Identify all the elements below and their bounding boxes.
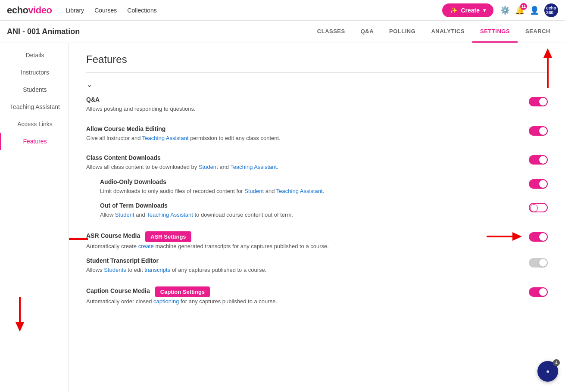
toggle-wrap-qa[interactable]	[525, 96, 548, 106]
feature-label-student-transcript-editor: Student Transcript Editor	[86, 257, 512, 264]
feature-label-row-asr: ASR Course Media ASR Settings	[86, 231, 512, 242]
feature-label-allow-course-media-editing: Allow Course Media Editing	[86, 125, 512, 132]
link-transcripts[interactable]: transcripts	[144, 267, 170, 273]
sidebar-item-teaching-assistant[interactable]: Teaching Assistant	[0, 98, 69, 115]
nav-library[interactable]: Library	[66, 7, 84, 14]
feature-desc-class-content-downloads: Allows all class content to be downloade…	[86, 163, 512, 171]
nav-collections[interactable]: Collections	[127, 7, 156, 14]
asr-left-arrow-annotation	[69, 235, 88, 243]
toggle-asr-course-media[interactable]	[529, 232, 548, 242]
toggle-wrap-student-transcript-editor[interactable]	[525, 257, 548, 268]
feature-desc-caption-course-media: Automatically order closed captioning fo…	[86, 297, 512, 306]
top-arrow-annotation	[543, 48, 552, 88]
feature-desc-audio-only-downloads: Limit downloads to only audio files of r…	[100, 187, 512, 196]
link-ta-downloads[interactable]: Teaching Assistant	[230, 164, 277, 170]
tab-search[interactable]: SEARCH	[518, 21, 558, 43]
tab-polling[interactable]: POLLING	[381, 21, 423, 43]
feature-content-class-content-downloads: Class Content Downloads Allows all class…	[86, 154, 525, 171]
top-navigation: echovideo Library Courses Collections ✨ …	[0, 0, 565, 21]
feature-row-student-transcript-editor: Student Transcript Editor Allows Student…	[86, 257, 548, 278]
toggle-out-of-term-downloads[interactable]	[529, 203, 548, 212]
create-button[interactable]: ✨ Create ▾	[442, 3, 493, 17]
toggle-wrap-caption-course-media[interactable]	[525, 286, 548, 297]
toggle-qa[interactable]	[529, 97, 548, 106]
feature-content-audio-only-downloads: Audio-Only Downloads Limit downloads to …	[100, 178, 525, 196]
toggle-allow-course-media-editing[interactable]	[529, 126, 548, 136]
echo-fab-label: e	[546, 369, 549, 374]
tab-qa[interactable]: Q&A	[353, 21, 381, 43]
chevron-down-icon: ▾	[483, 7, 486, 13]
link-student-audio[interactable]: Student	[244, 188, 264, 194]
asr-section: ASR Course Media ASR Settings Automatica…	[86, 231, 548, 254]
logo-echo: echo	[7, 5, 28, 16]
feature-label-qa: Q&A	[86, 96, 512, 103]
toggle-wrap-class-content-downloads[interactable]	[525, 154, 548, 165]
sidebar-arrow-annotation	[16, 297, 24, 332]
feature-content-asr-course-media: ASR Course Media ASR Settings Automatica…	[86, 231, 525, 251]
nav-courses[interactable]: Courses	[94, 7, 117, 14]
feature-desc-out-of-term-downloads: Allow Student and Teaching Assistant to …	[100, 211, 512, 219]
feature-desc-allow-course-media-editing: Give all Instructor and Teaching Assista…	[86, 134, 512, 143]
link-teaching-assistant-editing[interactable]: Teaching Assistant	[142, 135, 189, 141]
asr-right-arrow-annotation	[487, 232, 522, 241]
feature-label-class-content-downloads: Class Content Downloads	[86, 154, 512, 161]
feature-row-out-of-term-downloads: Out of Term Downloads Allow Student and …	[100, 202, 548, 223]
feature-label-caption-course-media: Caption Course Media	[86, 287, 150, 294]
toggle-wrap-audio-only-downloads[interactable]	[525, 178, 548, 189]
echo-fab-badge: 4	[553, 359, 560, 366]
tab-classes[interactable]: CLASSES	[309, 21, 353, 43]
toggle-wrap-asr-course-media[interactable]	[525, 231, 548, 242]
feature-label-asr-course-media: ASR Course Media	[86, 232, 140, 239]
feature-row-audio-only-downloads: Audio-Only Downloads Limit downloads to …	[100, 178, 548, 199]
echo-fab[interactable]: e 4	[537, 361, 558, 382]
link-student-outofterm[interactable]: Student	[115, 212, 134, 218]
main-layout: Details Instructors Students Teaching As…	[0, 43, 565, 392]
settings-icon-btn[interactable]: ⚙️	[500, 6, 510, 15]
feature-row-allow-course-media-editing: Allow Course Media Editing Give all Inst…	[86, 125, 548, 146]
link-ta-outofterm[interactable]: Teaching Assistant	[147, 212, 193, 218]
asr-settings-button[interactable]: ASR Settings	[145, 231, 191, 242]
sidebar-item-details[interactable]: Details	[0, 47, 69, 64]
sidebar-item-access-links[interactable]: Access Links	[0, 115, 69, 133]
toggle-slider-caption-course-media	[529, 287, 548, 297]
feature-content-out-of-term-downloads: Out of Term Downloads Allow Student and …	[100, 202, 525, 219]
sidebar-item-instructors[interactable]: Instructors	[0, 64, 69, 81]
caption-settings-button[interactable]: Caption Settings	[155, 286, 210, 297]
echo360-label: echo360	[546, 6, 556, 15]
feature-label-audio-only-downloads: Audio-Only Downloads	[100, 178, 512, 185]
link-student-downloads[interactable]: Student	[199, 164, 218, 170]
echo360-logo: echo360	[544, 3, 558, 17]
link-closed-captioning[interactable]: captioning	[153, 298, 179, 305]
toggle-wrap-out-of-term-downloads[interactable]	[525, 202, 548, 212]
sidebar-item-features[interactable]: Features	[0, 133, 69, 150]
toggle-audio-only-downloads[interactable]	[529, 179, 548, 189]
notifications-button[interactable]: 🔔 11	[515, 6, 524, 15]
nav-links: Library Courses Collections	[66, 7, 442, 14]
user-avatar-button[interactable]: 👤	[530, 6, 539, 15]
tab-analytics[interactable]: ANALYTICS	[423, 21, 472, 43]
toggle-caption-course-media[interactable]	[529, 287, 548, 297]
toggle-student-transcript-editor[interactable]	[529, 258, 548, 268]
features-divider	[86, 72, 548, 73]
tab-settings[interactable]: SETTINGS	[472, 21, 518, 43]
link-create-asr[interactable]: create	[138, 243, 154, 249]
course-title: ANI - 001 Animation	[7, 27, 80, 36]
toggle-class-content-downloads[interactable]	[529, 155, 548, 165]
collapse-icon[interactable]: ⌄	[86, 80, 548, 89]
create-label: Create	[461, 7, 480, 14]
feature-row-caption-course-media: Caption Course Media Caption Settings Au…	[86, 286, 548, 309]
toggle-slider-out-of-term-downloads	[529, 203, 548, 212]
asr-toggle-area	[525, 231, 548, 242]
toggle-slider-qa	[529, 97, 548, 106]
sidebar: Details Instructors Students Teaching As…	[0, 43, 69, 392]
course-header: ANI - 001 Animation CLASSES Q&A POLLING …	[0, 21, 565, 43]
feature-desc-qa: Allows posting and responding to questio…	[86, 105, 512, 113]
feature-content-caption-course-media: Caption Course Media Caption Settings Au…	[86, 286, 525, 306]
course-tabs: CLASSES Q&A POLLING ANALYTICS SETTINGS S…	[309, 21, 558, 43]
feature-label-out-of-term-downloads: Out of Term Downloads	[100, 202, 512, 209]
sidebar-item-students[interactable]: Students	[0, 81, 69, 98]
toggle-slider-student-transcript-editor	[529, 258, 548, 268]
toggle-wrap-allow-course-media-editing[interactable]	[525, 125, 548, 136]
link-students-transcript[interactable]: Students	[104, 267, 126, 273]
link-ta-audio[interactable]: Teaching Assistant	[276, 188, 323, 194]
